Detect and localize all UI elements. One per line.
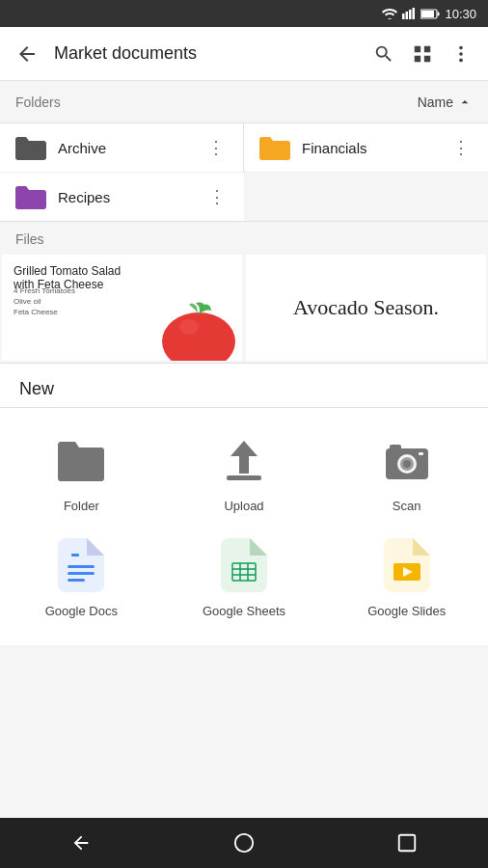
app-bar: Market documents <box>0 27 488 81</box>
new-slides-label: Google Slides <box>367 604 446 618</box>
new-upload-item[interactable]: Upload <box>163 420 326 525</box>
folder-icon-recipes <box>15 184 46 209</box>
folder-item-recipes[interactable]: Recipes ⋮ <box>0 173 244 221</box>
nav-back-icon <box>70 832 92 854</box>
new-docs-label: Google Docs <box>45 604 118 618</box>
svg-point-30 <box>235 834 253 852</box>
folder-icon-archive <box>15 135 46 160</box>
file-thumb-tomato: Grilled Tomato Saladwith Feta Cheese 4 F… <box>2 255 242 361</box>
nav-back-button[interactable] <box>57 819 105 867</box>
time-display: 10:30 <box>445 7 476 21</box>
recipe-ingredients: 4 Fresh TomatoesOlive oilFeta Cheese <box>14 285 75 318</box>
new-sheets-item[interactable]: Google Sheets <box>163 525 326 630</box>
svg-rect-18 <box>419 452 423 455</box>
new-sheets-icon-container <box>215 536 273 594</box>
new-slides-icon <box>384 538 430 592</box>
folder-more-financials[interactable]: ⋮ <box>449 136 473 159</box>
svg-rect-0 <box>402 14 405 19</box>
new-upload-icon-container <box>215 431 273 489</box>
new-folder-icon-container <box>52 431 110 489</box>
svg-point-10 <box>162 312 235 361</box>
svg-rect-31 <box>398 835 415 852</box>
folders-section: Archive ⋮ Financials ⋮ Recipes ⋮ <box>0 123 488 222</box>
nav-bar <box>0 818 488 868</box>
svg-rect-19 <box>68 565 95 568</box>
tomato-illustration <box>126 293 242 361</box>
new-folder-item[interactable]: Folder <box>0 420 163 525</box>
nav-home-icon <box>233 832 255 854</box>
back-button[interactable] <box>8 35 46 73</box>
file-thumb-avocado: Avocado Season. <box>246 255 486 361</box>
wifi-icon <box>382 8 397 19</box>
svg-rect-21 <box>68 579 85 582</box>
search-icon <box>373 43 394 65</box>
new-scan-icon <box>382 435 432 485</box>
new-panel: New Folder Upload <box>0 363 488 645</box>
empty-folder-cell <box>244 173 488 221</box>
folder-more-archive[interactable]: ⋮ <box>204 136 228 159</box>
more-options-button[interactable] <box>442 35 480 73</box>
new-scan-item[interactable]: Scan <box>325 420 488 525</box>
new-scan-icon-container <box>378 431 436 489</box>
battery-icon <box>420 9 440 19</box>
folders-label: Folders <box>15 95 61 110</box>
sort-label: Name <box>418 95 453 110</box>
svg-rect-5 <box>438 12 440 15</box>
sort-control[interactable]: Name <box>418 95 473 110</box>
new-docs-icon <box>58 538 104 592</box>
new-panel-title: New <box>0 364 488 407</box>
folder-name-financials: Financials <box>302 140 449 156</box>
folder-item-financials[interactable]: Financials ⋮ <box>244 123 488 173</box>
folder-more-recipes[interactable]: ⋮ <box>205 185 229 208</box>
svg-point-17 <box>403 460 411 468</box>
file-title-avocado: Avocado Season. <box>258 295 474 320</box>
new-folder-icon <box>56 439 106 481</box>
status-icons: 10:30 <box>382 7 476 21</box>
file-item-tomato-salad[interactable]: Grilled Tomato Saladwith Feta Cheese 4 F… <box>2 255 242 361</box>
files-section: Files Grilled Tomato Saladwith Feta Chee… <box>0 222 488 363</box>
more-vert-icon <box>450 43 472 65</box>
grid-view-button[interactable] <box>403 35 442 73</box>
svg-rect-3 <box>413 8 416 19</box>
status-bar: 10:30 <box>0 0 488 27</box>
sort-arrow-icon <box>457 95 473 110</box>
folder-icon-financials <box>259 135 290 160</box>
new-items-grid: Folder Upload <box>0 408 488 645</box>
svg-rect-20 <box>68 572 95 575</box>
svg-rect-22 <box>71 554 79 556</box>
folder-item-archive[interactable]: Archive ⋮ <box>0 123 244 173</box>
files-label: Files <box>0 222 488 255</box>
folders-grid: Archive ⋮ Financials ⋮ Recipes ⋮ <box>0 123 488 221</box>
new-slides-item[interactable]: Google Slides <box>325 525 488 630</box>
search-button[interactable] <box>365 35 403 73</box>
folder-name-recipes: Recipes <box>58 189 205 205</box>
sort-bar: Folders Name <box>0 81 488 123</box>
svg-rect-12 <box>227 475 261 480</box>
svg-point-9 <box>459 58 463 62</box>
back-arrow-icon <box>15 42 39 66</box>
nav-recents-icon <box>396 832 418 854</box>
new-docs-icon-container <box>52 536 110 594</box>
svg-rect-1 <box>406 12 409 19</box>
page-title: Market documents <box>54 43 365 64</box>
nav-home-button[interactable] <box>220 819 268 867</box>
new-docs-item[interactable]: Google Docs <box>0 525 163 630</box>
svg-point-8 <box>459 52 463 56</box>
signal-icon <box>402 8 416 19</box>
svg-rect-2 <box>409 10 412 19</box>
grid-icon <box>412 43 433 65</box>
nav-recents-button[interactable] <box>383 819 431 867</box>
svg-point-7 <box>459 45 463 49</box>
new-folder-label: Folder <box>64 499 99 513</box>
new-sheets-icon <box>221 538 267 592</box>
new-scan-label: Scan <box>393 499 421 513</box>
new-upload-icon <box>219 435 269 485</box>
file-item-avocado[interactable]: Avocado Season. <box>246 255 486 361</box>
folder-name-archive: Archive <box>58 140 204 156</box>
svg-point-11 <box>179 319 199 335</box>
svg-rect-6 <box>421 11 434 17</box>
svg-rect-14 <box>390 445 401 450</box>
files-grid: Grilled Tomato Saladwith Feta Cheese 4 F… <box>0 255 488 363</box>
new-sheets-label: Google Sheets <box>203 604 285 618</box>
new-slides-icon-container <box>378 536 436 594</box>
